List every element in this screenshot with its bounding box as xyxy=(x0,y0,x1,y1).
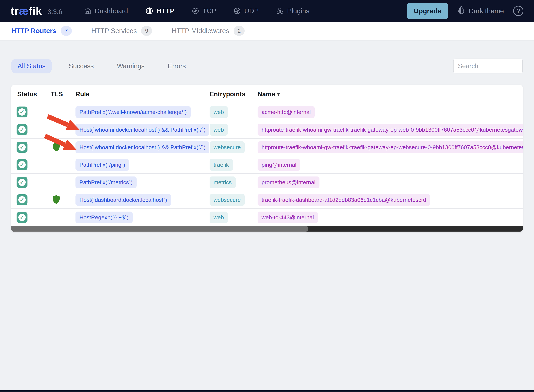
status-ok-badge: ✓ xyxy=(17,142,28,153)
col-rule[interactable]: Rule xyxy=(72,90,206,98)
status-ok-badge: ✓ xyxy=(17,124,28,135)
tab-http-services[interactable]: HTTP Services 9 xyxy=(91,26,152,36)
main-nav: Dashboard HTTP TCP UDP Plugins xyxy=(84,7,309,15)
check-icon: ✓ xyxy=(18,214,26,221)
version-label: 3.3.6 xyxy=(47,8,62,16)
search-box xyxy=(453,59,523,73)
tcp-icon xyxy=(192,7,199,15)
filter-errors[interactable]: Errors xyxy=(161,59,192,73)
entrypoint-chip: metrics xyxy=(210,177,236,188)
tab-http-routers[interactable]: HTTP Routers 7 xyxy=(11,26,72,36)
col-status[interactable]: Status xyxy=(11,90,47,98)
entrypoint-chip: web xyxy=(210,106,228,118)
status-filters: All Status Success Warnings Errors xyxy=(11,59,192,73)
entrypoint-chip: web xyxy=(210,212,228,223)
filter-warnings[interactable]: Warnings xyxy=(111,59,151,73)
tab-count-badge: 9 xyxy=(141,26,152,36)
filter-success[interactable]: Success xyxy=(62,59,100,73)
scrollbar-thumb[interactable] xyxy=(11,226,308,232)
status-ok-badge: ✓ xyxy=(17,159,28,170)
nav-item-plugins[interactable]: Plugins xyxy=(276,7,309,15)
table-row[interactable]: ✓ Host(`dashboard.docker.localhost`) web… xyxy=(11,191,523,208)
status-ok-badge: ✓ xyxy=(17,194,28,205)
rule-chip: Host(`dashboard.docker.localhost`) xyxy=(76,194,171,206)
tls-shield-icon xyxy=(52,202,60,205)
globe-icon xyxy=(145,7,153,15)
section-tabs: HTTP Routers 7 HTTP Services 9 HTTP Midd… xyxy=(0,22,534,40)
nav-item-http[interactable]: HTTP xyxy=(145,7,175,15)
rule-chip: HostRegexp(`^.+$`) xyxy=(76,212,132,223)
udp-icon xyxy=(233,7,241,15)
navbar-right: Upgrade Dark theme ? xyxy=(407,3,523,19)
table-row[interactable]: ✓ Host(`whoami.docker.localhost`) && Pat… xyxy=(11,121,523,138)
droplet-contrast-icon xyxy=(458,6,465,16)
filter-toolbar: All Status Success Warnings Errors xyxy=(11,59,523,73)
entrypoint-chip: traefik xyxy=(210,159,233,171)
sort-caret-icon: ▾ xyxy=(277,91,279,97)
tab-http-middlewares[interactable]: HTTP Middlewares 2 xyxy=(172,26,245,36)
nav-item-udp[interactable]: UDP xyxy=(233,7,259,15)
name-chip: web-to-443@internal xyxy=(258,212,318,223)
name-chip: prometheus@internal xyxy=(258,177,319,188)
table-row[interactable]: ✓ PathPrefix(`/.well-known/acme-challeng… xyxy=(11,103,523,121)
tls-shield-icon xyxy=(52,149,60,152)
check-icon: ✓ xyxy=(18,179,26,186)
traefik-logo: træfik xyxy=(11,5,42,17)
table-row[interactable]: ✓ PathPrefix(`/metrics`) metrics prometh… xyxy=(11,173,523,191)
name-chip: httproute-traefik-whoami-gw-traefik-trae… xyxy=(258,141,523,153)
name-chip: traefik-traefik-dashboard-af1d2ddb83a06e… xyxy=(258,194,430,206)
check-icon: ✓ xyxy=(18,161,26,168)
rule-chip: PathPrefix(`/.well-known/acme-challenge/… xyxy=(76,106,191,118)
check-icon: ✓ xyxy=(18,144,26,151)
col-entrypoints[interactable]: Entrypoints xyxy=(206,90,254,98)
nav-item-dashboard[interactable]: Dashboard xyxy=(84,7,128,15)
check-icon: ✓ xyxy=(18,126,26,133)
entrypoint-chip: websecure xyxy=(210,141,245,153)
name-chip: acme-http@internal xyxy=(258,106,315,118)
col-name[interactable]: Name ▾ xyxy=(254,90,523,98)
status-ok-badge: ✓ xyxy=(17,177,28,188)
help-icon[interactable]: ? xyxy=(513,6,523,16)
horizontal-scrollbar[interactable] xyxy=(11,226,523,232)
routers-table-wrap: Status TLS Rule Entrypoints Name ▾ ✓ Pat… xyxy=(11,85,523,232)
upgrade-button[interactable]: Upgrade xyxy=(407,3,448,19)
rule-chip: Host(`whoami.docker.localhost`) && PathP… xyxy=(76,124,209,136)
check-icon: ✓ xyxy=(18,108,26,116)
theme-toggle[interactable]: Dark theme xyxy=(458,6,504,16)
entrypoint-chip: web xyxy=(210,124,228,136)
status-ok-badge: ✓ xyxy=(17,212,28,223)
home-icon xyxy=(84,7,91,15)
check-icon: ✓ xyxy=(18,196,26,203)
filter-all-status[interactable]: All Status xyxy=(11,59,52,73)
col-tls[interactable]: TLS xyxy=(47,90,72,98)
table-row[interactable]: ✓ HostRegexp(`^.+$`) web web-to-443@inte… xyxy=(11,208,523,226)
tab-count-badge: 7 xyxy=(61,26,72,36)
table-row[interactable]: ✓ PathPrefix(`/ping`) traefik ping@inter… xyxy=(11,156,523,173)
tab-count-badge: 2 xyxy=(234,26,245,36)
rule-chip: PathPrefix(`/metrics`) xyxy=(76,177,137,188)
routers-table: Status TLS Rule Entrypoints Name ▾ ✓ Pat… xyxy=(11,85,523,232)
table-header: Status TLS Rule Entrypoints Name ▾ xyxy=(11,85,523,103)
table-row[interactable]: ✓ Host(`whoami.docker.localhost`) && Pat… xyxy=(11,138,523,156)
plugins-icon xyxy=(276,7,284,15)
rule-chip: Host(`whoami.docker.localhost`) && PathP… xyxy=(76,141,209,153)
top-navbar: træfik 3.3.6 Dashboard HTTP TCP UDP xyxy=(0,0,534,22)
rule-chip: PathPrefix(`/ping`) xyxy=(76,159,129,171)
status-ok-badge: ✓ xyxy=(17,107,28,117)
nav-item-tcp[interactable]: TCP xyxy=(192,7,216,15)
theme-toggle-label: Dark theme xyxy=(469,7,504,15)
name-chip: ping@internal xyxy=(258,159,300,171)
name-chip: httproute-traefik-whoami-gw-traefik-trae… xyxy=(258,124,523,136)
search-input[interactable] xyxy=(458,62,534,70)
entrypoint-chip: websecure xyxy=(210,194,245,206)
bottom-edge-bar xyxy=(0,390,534,392)
